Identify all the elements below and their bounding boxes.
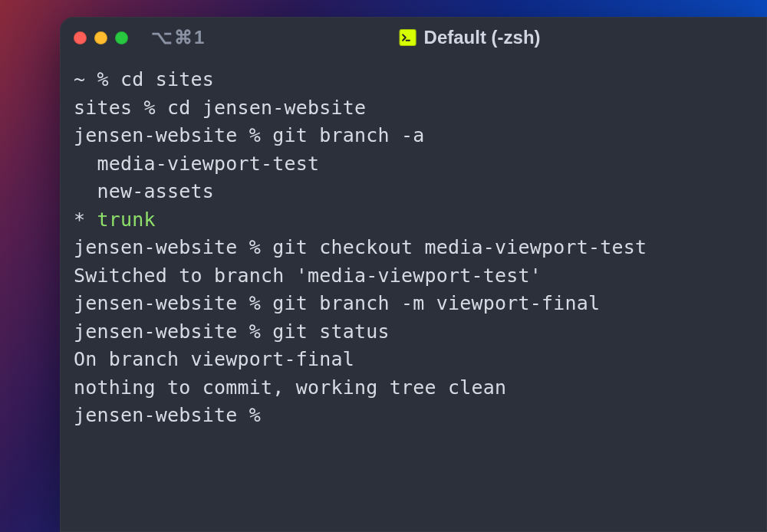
branch-current-marker: * [74,209,97,231]
prompt: jensen-website % [74,404,272,426]
tab-title-text: Default (-zsh) [424,27,541,48]
branch-item: media-viewport-test [74,153,319,175]
output-line: On branch viewport-final [74,348,354,370]
close-button-icon[interactable] [74,31,87,44]
tab-title[interactable]: Default (-zsh) [400,27,541,48]
prompt: jensen-website % [74,236,272,258]
zoom-button-icon[interactable] [115,31,128,44]
prompt: jensen-website % [74,124,272,146]
output-line: Switched to branch 'media-viewport-test' [74,264,542,287]
prompt: ~ % [74,68,120,90]
command: git branch -m viewport-final [272,292,600,314]
terminal-content[interactable]: ~ % cd sites sites % cd jensen-website j… [60,58,767,532]
minimize-button-icon[interactable] [94,31,107,44]
command: cd sites [120,68,214,90]
output-line: nothing to commit, working tree clean [74,376,506,399]
traffic-lights [74,31,128,44]
command: git branch -a [272,124,424,146]
prompt: jensen-website % [74,320,272,343]
window-shortcut-label: ⌥⌘1 [151,27,206,48]
branch-current: trunk [97,209,156,231]
prompt: jensen-website % [74,292,272,314]
command: cd jensen-website [167,97,366,119]
branch-item: new-assets [74,180,214,202]
command: git status [272,320,390,343]
terminal-icon [400,29,416,46]
window-titlebar[interactable]: ⌥⌘1 Default (-zsh) [60,17,767,58]
prompt: sites % [74,97,167,119]
terminal-window: ⌥⌘1 Default (-zsh) ~ % cd sites sites % … [60,17,767,532]
command: git checkout media-viewport-test [272,236,647,258]
